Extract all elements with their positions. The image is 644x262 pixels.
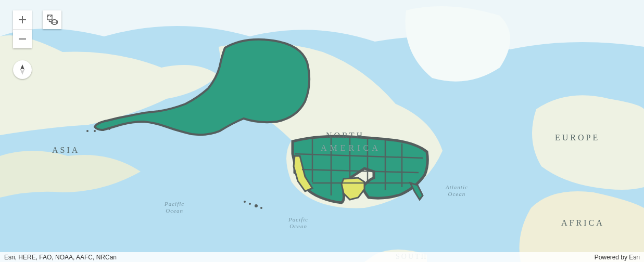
attribution-powered-by[interactable]: Powered by Esri [595, 254, 640, 261]
map-viewport[interactable]: ASIA NORTH AMERICA EUROPE AFRICA SOUTH P… [0, 0, 644, 262]
basemap [0, 0, 644, 262]
basemap-toggle-button[interactable] [43, 10, 61, 29]
attribution-sources: Esri, HERE, FAO, NOAA, AAFC, NRCan [4, 254, 595, 261]
plus-icon [18, 16, 27, 24]
svg-point-4 [86, 130, 89, 132]
compass-icon [18, 64, 27, 75]
zoom-in-button[interactable] [13, 10, 32, 29]
minus-icon [18, 35, 27, 43]
attribution-bar: Esri, HERE, FAO, NOAA, AAFC, NRCan Power… [0, 252, 644, 262]
svg-point-6 [249, 203, 251, 205]
basemap-icon [46, 14, 58, 25]
svg-point-2 [101, 129, 103, 131]
svg-point-8 [260, 207, 262, 209]
svg-point-1 [108, 128, 110, 130]
svg-point-3 [94, 130, 96, 132]
svg-point-7 [255, 204, 258, 207]
zoom-out-button[interactable] [13, 29, 32, 48]
zoom-controls [13, 10, 32, 48]
compass-button[interactable] [13, 60, 32, 79]
svg-point-5 [244, 201, 246, 203]
